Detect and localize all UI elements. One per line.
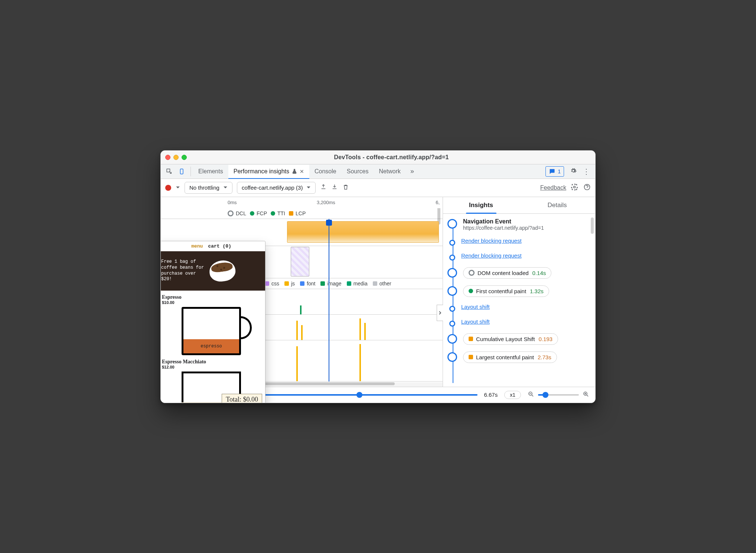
request-bar[interactable]	[301, 325, 303, 340]
square-icon	[289, 211, 293, 216]
insight-navigation[interactable]: Navigation Event https://coffee-cart.net…	[447, 218, 590, 231]
legend-css[interactable]: css	[265, 281, 279, 287]
insight-dom-loaded[interactable]: DOM content loaded 0.14s	[447, 267, 590, 279]
device-toggle-icon[interactable]	[176, 164, 188, 179]
tab-performance-insights[interactable]: Performance insights ✕	[228, 165, 309, 179]
request-bar[interactable]	[359, 344, 361, 381]
kebab-icon[interactable]: ⋮	[583, 167, 590, 176]
devtools-window: DevTools - coffee-cart.netlify.app/?ad=1…	[160, 150, 596, 403]
marker-lcp[interactable]: LCP	[289, 210, 306, 216]
window-traffic-lights	[165, 155, 187, 160]
insights-panel: Insights Details Navigation Event https:…	[443, 197, 595, 387]
insight-render-blocking[interactable]: Render blocking request	[447, 252, 590, 261]
tab-insights[interactable]: Insights	[443, 197, 519, 213]
chevron-down-icon	[223, 184, 228, 191]
zoom-in-icon[interactable]	[583, 391, 589, 399]
coffee-cup-icon	[208, 259, 237, 283]
marker-tti[interactable]: TTI	[271, 210, 285, 216]
window-titlebar: DevTools - coffee-cart.netlify.app/?ad=1	[161, 151, 595, 164]
zoom-out-icon[interactable]	[528, 391, 534, 399]
legend-image[interactable]: image	[320, 281, 341, 287]
svg-rect-0	[180, 169, 183, 174]
legend-other[interactable]: other	[373, 281, 391, 287]
flask-icon	[291, 168, 297, 174]
window-minimize-button[interactable]	[173, 155, 179, 160]
request-bar[interactable]	[364, 323, 366, 340]
screenshot-thumb[interactable]	[291, 247, 309, 276]
throttle-select[interactable]: No throttling	[185, 182, 232, 194]
preview-banner: Free 1 bag of coffee beans for purchase …	[160, 251, 265, 291]
window-title: DevTools - coffee-cart.netlify.app/?ad=1	[192, 154, 591, 161]
tab-elements[interactable]: Elements	[193, 164, 228, 179]
tab-console[interactable]: Console	[309, 164, 342, 179]
request-bar[interactable]	[296, 346, 298, 381]
zoom-level[interactable]: x1	[504, 391, 521, 399]
import-icon[interactable]	[331, 184, 338, 192]
ruler-tick: 0ms	[228, 200, 237, 205]
time-ruler[interactable]: 0ms 3,200ms 6,	[161, 197, 443, 208]
metric-markers: DCL FCP TTI LCP	[161, 208, 443, 219]
session-select[interactable]: coffee-cart.netlify.app (3)	[237, 182, 316, 194]
timeline-dot-icon	[449, 306, 455, 312]
svg-point-1	[574, 186, 576, 188]
marker-fcp[interactable]: FCP	[250, 210, 267, 216]
record-button[interactable]	[165, 185, 171, 191]
insight-layout-shift[interactable]: Layout shift	[447, 318, 590, 327]
export-icon[interactable]	[320, 184, 327, 192]
dot-icon	[250, 211, 254, 216]
preview-product-price: $10.00	[162, 300, 261, 305]
request-bar[interactable]	[359, 318, 361, 340]
zoom-slider[interactable]	[538, 394, 579, 396]
timeline-node-icon	[447, 268, 457, 278]
timeline-node-icon	[447, 352, 457, 362]
insight-fcp[interactable]: First contentful paint 1.32s	[447, 285, 590, 297]
legend-font[interactable]: font	[300, 281, 315, 287]
window-close-button[interactable]	[165, 155, 170, 160]
legend-media[interactable]: media	[347, 281, 368, 287]
preview-tab-menu: menu	[191, 243, 203, 249]
tab-sources[interactable]: Sources	[342, 164, 374, 179]
more-tabs-icon[interactable]: »	[406, 164, 418, 179]
feedback-link[interactable]: Feedback	[540, 184, 566, 191]
request-bar[interactable]	[296, 321, 298, 340]
record-menu-chevron-icon[interactable]	[176, 184, 180, 191]
legend-js[interactable]: js	[284, 281, 295, 287]
performance-toolbar: No throttling coffee-cart.netlify.app (3…	[161, 179, 595, 197]
request-bar[interactable]	[300, 305, 302, 314]
sidebar-collapse-handle[interactable]	[437, 305, 443, 321]
preview-product-price: $12.00	[162, 365, 261, 369]
tab-network[interactable]: Network	[374, 164, 406, 179]
close-tab-icon[interactable]: ✕	[300, 168, 304, 174]
mug-icon: espresso	[182, 307, 241, 355]
tab-details[interactable]: Details	[519, 197, 595, 213]
help-icon[interactable]	[583, 183, 591, 192]
dot-icon	[469, 289, 473, 293]
playhead[interactable]	[329, 219, 329, 382]
timeline-dot-icon	[449, 240, 455, 246]
marker-dcl[interactable]: DCL	[228, 210, 246, 216]
inspect-element-icon[interactable]	[163, 164, 176, 179]
preview-tab-cart: cart (0)	[208, 243, 231, 249]
insight-render-blocking[interactable]: Render blocking request	[447, 238, 590, 246]
window-zoom-button[interactable]	[182, 155, 187, 160]
insight-cls[interactable]: Cumulative Layout Shift 0.193	[447, 333, 590, 345]
timeline-panel: 0ms 3,200ms 6, DCL FCP TTI LCP ▶	[161, 197, 443, 387]
insight-layout-shift[interactable]: Layout shift	[447, 304, 590, 312]
timeline-dot-icon	[449, 321, 455, 327]
issues-badge[interactable]: 1	[545, 166, 564, 177]
settings-icon[interactable]	[570, 167, 577, 176]
delete-icon[interactable]	[342, 184, 349, 192]
long-task-block[interactable]	[287, 221, 439, 243]
square-icon	[469, 337, 473, 341]
screenshot-preview-card: menu cart (0) Free 1 bag of coffee beans…	[160, 241, 265, 403]
hollow-circle-icon	[228, 210, 234, 216]
main-area: 0ms 3,200ms 6, DCL FCP TTI LCP ▶	[161, 197, 595, 387]
dot-icon	[271, 211, 275, 216]
panel-settings-icon[interactable]	[571, 183, 578, 192]
vertical-scrollbar[interactable]	[591, 217, 594, 234]
ruler-tick: 3,200ms	[317, 200, 335, 205]
insight-lcp[interactable]: Largest contentful paint 2.73s	[447, 351, 590, 363]
square-icon	[469, 355, 473, 359]
timeline-node-icon	[447, 286, 457, 296]
end-time: 6.67s	[484, 392, 498, 398]
